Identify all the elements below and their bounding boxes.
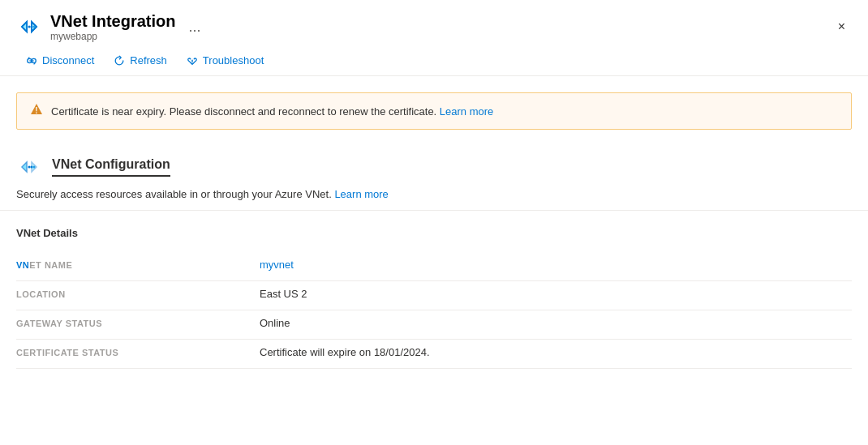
- value-gateway-status: Online: [260, 317, 852, 329]
- section-title: VNet Configuration: [52, 157, 170, 177]
- toolbar: Disconnect Refresh Troubleshoot: [0, 45, 868, 76]
- svg-text:!: !: [35, 106, 37, 115]
- svg-marker-19: [32, 162, 37, 172]
- label-location: LOCATION: [16, 288, 260, 299]
- svg-point-16: [28, 166, 31, 169]
- vnet-icon: [16, 14, 42, 40]
- disconnect-label: Disconnect: [42, 54, 94, 66]
- details-heading: VNet Details: [16, 227, 852, 239]
- refresh-label: Refresh: [130, 54, 167, 66]
- detail-row-gateway-status: GATEWAY STATUS Online: [16, 310, 852, 340]
- refresh-icon: [114, 55, 125, 66]
- troubleshoot-icon: [187, 55, 198, 66]
- svg-marker-15: [22, 162, 27, 172]
- page-subtitle: mywebapp: [50, 31, 175, 42]
- vnet-config-icon: [16, 154, 42, 180]
- troubleshoot-button[interactable]: Troubleshoot: [177, 50, 273, 71]
- troubleshoot-label: Troubleshoot: [203, 54, 264, 66]
- warning-icon: !: [30, 103, 43, 119]
- title-block: VNet Integration mywebapp: [50, 11, 175, 42]
- detail-row-certificate-status: CERTIFICATE STATUS Certificate will expi…: [16, 340, 852, 369]
- details-section: VNet Details VNet NAME myvnet LOCATION E…: [0, 211, 868, 385]
- section-header: VNet Configuration: [0, 146, 868, 185]
- refresh-button[interactable]: Refresh: [104, 50, 177, 71]
- warning-text: Certificate is near expiry. Please disco…: [51, 105, 493, 118]
- description-learn-more-link[interactable]: Learn more: [334, 188, 388, 200]
- value-location: East US 2: [260, 288, 852, 300]
- warning-banner: ! Certificate is near expiry. Please dis…: [16, 92, 852, 130]
- label-gateway-status: GATEWAY STATUS: [16, 317, 260, 328]
- header-left: VNet Integration mywebapp ...: [16, 11, 205, 42]
- label-vnet-name: VNet NAME: [16, 259, 260, 270]
- value-vnet-name[interactable]: myvnet: [260, 259, 852, 271]
- label-certificate-status: CERTIFICATE STATUS: [16, 346, 260, 357]
- value-certificate-status: Certificate will expire on 18/01/2024.: [260, 346, 852, 358]
- close-button[interactable]: ×: [831, 17, 852, 36]
- section-description: Securely access resources available in o…: [0, 185, 868, 211]
- disconnect-button[interactable]: Disconnect: [16, 50, 104, 71]
- detail-row-location: LOCATION East US 2: [16, 281, 852, 310]
- more-options-button[interactable]: ...: [183, 17, 205, 37]
- svg-point-2: [28, 26, 31, 28]
- disconnect-icon: [26, 55, 37, 66]
- page-header: VNet Integration mywebapp ... ×: [0, 0, 868, 45]
- detail-row-vnet-name: VNet NAME myvnet: [16, 252, 852, 281]
- page-title: VNet Integration: [50, 11, 175, 31]
- warning-learn-more-link[interactable]: Learn more: [440, 105, 493, 118]
